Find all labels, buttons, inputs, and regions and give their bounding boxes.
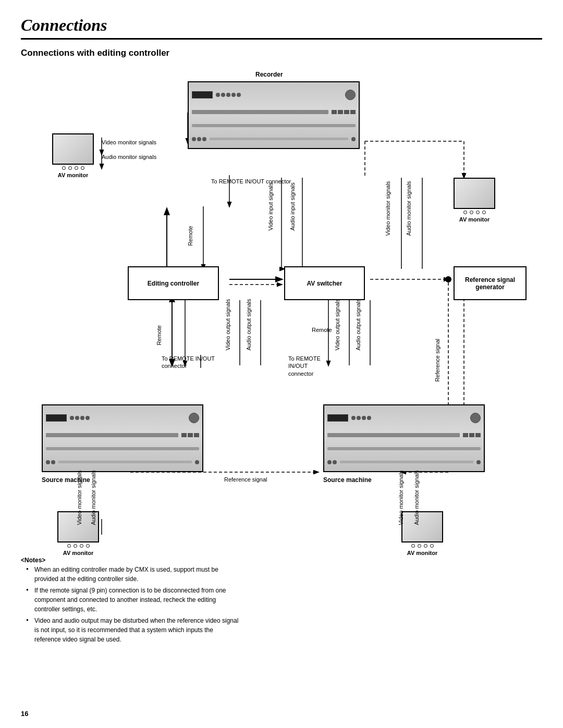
remote-inout-top-label: To REMOTE IN/OUT connector: [211, 178, 291, 186]
audio-monitor-signals-lbl: Audio monitor signals: [102, 153, 156, 161]
source-machine-right-label: Source machine: [323, 476, 372, 485]
recorder-label: Recorder: [255, 71, 283, 79]
remote-inout-bottom-right-label: To REMOTEIN/OUTconnector: [288, 355, 321, 377]
video-input-signals-lbl: Video input signals: [267, 182, 274, 230]
audio-output-signals-left-lbl: Audio output signals: [246, 299, 252, 351]
av-monitor-top-left: AV monitor: [52, 133, 94, 178]
editing-controller-label: Editing controller: [148, 280, 199, 287]
notes-section: <Notes> When an editing controller made …: [21, 545, 240, 646]
av-monitor-top-right: AV monitor: [454, 178, 495, 223]
title-divider: [21, 38, 542, 40]
video-output-signals-left-lbl: Video output signals: [225, 299, 231, 351]
monitor-dot: [81, 166, 84, 170]
av-monitor-bottom-right: AV monitor: [401, 511, 443, 556]
av-monitor-bottom-left-label: AV monitor: [63, 550, 93, 556]
note-item-1: When an editing controller made by CMX i…: [26, 565, 240, 584]
remote-bottom-label: Remote: [312, 326, 332, 334]
audio-monitor-signals-bl-lbl: Audio monitor signals: [90, 470, 97, 525]
monitor-dot: [75, 166, 78, 170]
notes-area: <Notes> When an editing controller made …: [21, 545, 542, 646]
reference-signal-right-lbl: Reference signal: [434, 339, 441, 382]
av-monitor-bottom-right-label: AV monitor: [407, 550, 437, 556]
reference-signal-bottom-lbl: Reference signal: [224, 476, 267, 483]
video-monitor-signals-bl-lbl: Video monitor signals: [76, 471, 83, 525]
recorder-device: [188, 81, 360, 149]
remote-label-left: Remote: [187, 226, 194, 246]
notes-title: <Notes>: [21, 556, 240, 565]
video-monitor-signals-lbl: Video monitor signals: [102, 139, 156, 146]
note-item-3: Video and audio output may be disturbed …: [26, 616, 240, 644]
notes-list: When an editing controller made by CMX i…: [21, 565, 240, 644]
audio-output-signals-right-lbl: Audio output signals: [355, 299, 362, 351]
remote-label-left2: Remote: [156, 325, 163, 346]
ref-signal-gen-label: Reference signal generator: [457, 276, 523, 291]
monitor-dot: [62, 166, 66, 170]
monitor-dot: [68, 166, 72, 170]
av-switcher-label: AV switcher: [307, 280, 342, 287]
svg-point-16: [445, 276, 451, 282]
page-title: Connections: [21, 16, 542, 35]
ref-signal-gen-box: Reference signal generator: [454, 266, 527, 300]
connection-diagram: Recorder AV monitor Video monitor signal…: [26, 66, 537, 535]
audio-input-signals-lbl: Audio input signals: [289, 182, 296, 230]
source-machine-left: [42, 404, 203, 472]
av-monitor-top-right-label: AV monitor: [459, 216, 489, 223]
editing-controller-box: Editing controller: [128, 266, 219, 300]
video-monitor-signals-br-lbl: Video monitor signals: [398, 471, 405, 525]
source-machine-right: [323, 404, 485, 472]
video-output-signals-right-lbl: Video output signals: [334, 299, 341, 351]
remote-inout-bottom-left-label: To REMOTE IN/OUTconnector: [162, 355, 215, 370]
av-monitor-top-left-label: AV monitor: [58, 172, 88, 178]
video-monitor-signals-right-lbl: Video monitor signals: [385, 181, 391, 236]
audio-monitor-signals-right-lbl: Audio monitor signals: [406, 181, 412, 236]
audio-monitor-signals-br-lbl: Audio monitor signals: [413, 470, 420, 525]
av-switcher-box: AV switcher: [284, 266, 365, 300]
note-item-2: If the remote signal (9 pin) connection …: [26, 586, 240, 614]
section-title: Connections with editing controller: [21, 48, 542, 58]
page-number: 16: [21, 710, 28, 718]
